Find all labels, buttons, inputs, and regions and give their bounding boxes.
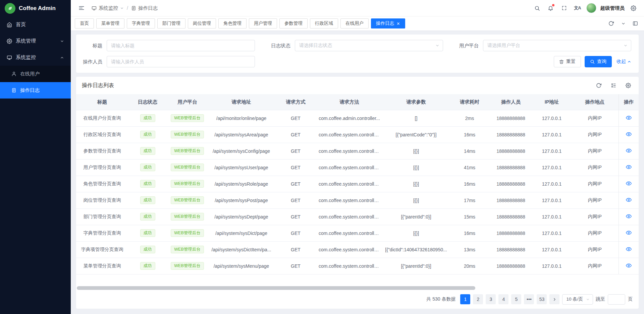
- cell-url: /api/system/sysMenu/page: [208, 258, 275, 274]
- page-button[interactable]: 5: [511, 294, 521, 304]
- tab[interactable]: 菜单管理: [96, 18, 124, 28]
- sidebar-item-system-monitor[interactable]: 系统监控: [0, 49, 71, 66]
- reset-button[interactable]: 重置: [554, 56, 581, 67]
- view-detail-icon[interactable]: [626, 131, 632, 137]
- column-header: 请求参数: [382, 94, 450, 110]
- page-button[interactable]: 2: [473, 294, 483, 304]
- cell-handler: com.coffee.system.controlle...: [316, 143, 382, 159]
- tab[interactable]: 字典管理: [127, 18, 155, 28]
- page-ellipsis[interactable]: •••: [524, 294, 534, 304]
- log-icon: [131, 6, 136, 11]
- filter-platform-select[interactable]: 请选择用户平台: [483, 40, 631, 51]
- page-button[interactable]: 3: [486, 294, 496, 304]
- view-detail-icon[interactable]: [626, 164, 632, 170]
- sidebar-item-home[interactable]: 首页: [0, 16, 71, 33]
- avatar[interactable]: [586, 3, 596, 13]
- view-detail-icon[interactable]: [626, 148, 632, 153]
- jump-page-input[interactable]: [608, 294, 625, 305]
- cell-title: 行政区域分页查询: [76, 126, 128, 143]
- view-detail-icon[interactable]: [626, 230, 632, 236]
- cell-url: /api/system/sysRole/page: [208, 176, 275, 192]
- cell-params: [{"parentId":0}]: [382, 208, 450, 225]
- cell-location: 内网IP: [571, 225, 619, 241]
- log-list-panel: 操作日志列表: [76, 77, 639, 309]
- gear-icon: [7, 39, 12, 44]
- filter-title-input[interactable]: [107, 40, 255, 51]
- platform-badge: WEB管理后台: [171, 164, 204, 172]
- horizontal-scrollbar-thumb[interactable]: [77, 286, 475, 290]
- search-icon[interactable]: [533, 3, 542, 13]
- filter-actions: 重置 查询 收起: [270, 56, 631, 67]
- tab[interactable]: 行政区域: [310, 18, 338, 28]
- refresh-icon[interactable]: [606, 19, 616, 28]
- status-badge: 成功: [140, 229, 155, 237]
- breadcrumb-system-monitor[interactable]: 系统监控: [92, 5, 124, 11]
- search-button[interactable]: 查询: [585, 56, 612, 67]
- table-settings-icon[interactable]: [624, 81, 633, 90]
- sidebar-item-operation-log[interactable]: 操作日志: [0, 82, 71, 99]
- cell-location: 内网IP: [571, 176, 619, 192]
- tab[interactable]: 用户管理: [249, 18, 277, 28]
- settings-gear-icon[interactable]: [629, 3, 638, 13]
- sidebar-item-label: 操作日志: [20, 87, 40, 93]
- tab[interactable]: 参数管理: [279, 18, 308, 28]
- cell-url: /api/system/sysDict/page: [208, 225, 275, 241]
- tab-close-icon[interactable]: [396, 22, 400, 25]
- cell-duration: 15ms: [450, 208, 489, 225]
- cell-platform: WEB管理后台: [167, 225, 208, 241]
- tab[interactable]: 操作日志: [371, 18, 405, 28]
- cell-params: []: [382, 110, 450, 126]
- cell-platform: WEB管理后台: [167, 126, 208, 143]
- page-size-select[interactable]: 10 条/页: [562, 294, 593, 305]
- page-button[interactable]: 53: [537, 294, 547, 304]
- cell-action: [619, 241, 639, 258]
- filter-status-select[interactable]: 请选择日志状态: [295, 40, 443, 51]
- view-detail-icon[interactable]: [626, 115, 632, 121]
- tab[interactable]: 岗位管理: [188, 18, 216, 28]
- breadcrumb-label: 系统监控: [99, 5, 118, 11]
- view-detail-icon[interactable]: [626, 213, 632, 219]
- layout-icon[interactable]: [631, 19, 640, 28]
- sidebar-item-system-management[interactable]: 系统管理: [0, 33, 71, 49]
- view-detail-icon[interactable]: [626, 263, 632, 268]
- cell-method: GET: [275, 126, 316, 143]
- cell-status: 成功: [128, 241, 167, 258]
- pagination: 共 530 条数据 12345•••53 10 条/页 跳至 页: [76, 290, 639, 309]
- cell-title: 菜单管理分页查询: [76, 258, 128, 274]
- search-icon: [590, 59, 595, 64]
- tab[interactable]: 部门管理: [157, 18, 185, 28]
- notification-bell-icon[interactable]: [546, 3, 555, 13]
- table-header-row: 标题日志状态用户平台请求地址请求方式请求方法请求参数请求耗时操作人员IP地址操作…: [76, 94, 639, 110]
- cell-operator: 18888888888: [489, 225, 532, 241]
- view-detail-icon[interactable]: [626, 181, 632, 186]
- username[interactable]: 超级管理员: [600, 5, 625, 11]
- filter-operator-input[interactable]: [107, 56, 255, 67]
- column-header: 请求方法: [316, 94, 382, 110]
- tab-menu-chevron-icon[interactable]: [619, 19, 628, 28]
- tab-label: 首页: [80, 20, 89, 26]
- next-page-button[interactable]: [549, 294, 559, 304]
- status-badge: 成功: [140, 164, 155, 172]
- cell-location: 内网IP: [571, 110, 619, 126]
- translate-icon[interactable]: 文A: [573, 3, 582, 13]
- cell-title: 在线用户分页查询: [76, 110, 128, 126]
- column-header: 操作地点: [571, 94, 619, 110]
- table-density-icon[interactable]: [609, 81, 618, 90]
- page-button[interactable]: 4: [498, 294, 508, 304]
- cell-handler: com.coffee.system.controlle...: [316, 258, 382, 274]
- cell-status: 成功: [128, 110, 167, 126]
- tab[interactable]: 角色管理: [218, 18, 247, 28]
- sidebar-item-online-users[interactable]: 在线用户: [0, 66, 71, 82]
- view-detail-icon[interactable]: [626, 197, 632, 203]
- fullscreen-icon[interactable]: [559, 3, 569, 13]
- collapse-link[interactable]: 收起: [616, 59, 631, 65]
- sidebar-collapse-icon[interactable]: [77, 3, 86, 13]
- tab[interactable]: 在线用户: [340, 18, 369, 28]
- cell-status: 成功: [128, 159, 167, 176]
- page-button[interactable]: 1: [460, 294, 470, 304]
- tab[interactable]: 首页: [75, 18, 94, 28]
- table-refresh-icon[interactable]: [594, 81, 603, 90]
- cell-platform: WEB管理后台: [167, 192, 208, 208]
- cell-title: 岗位管理分页查询: [76, 192, 128, 208]
- view-detail-icon[interactable]: [626, 246, 632, 252]
